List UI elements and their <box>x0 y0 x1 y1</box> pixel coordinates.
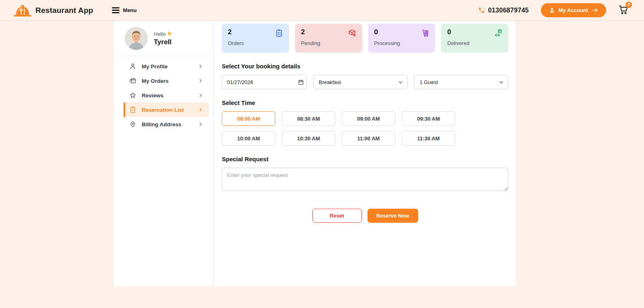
time-slot[interactable]: 10:00 AM <box>222 131 275 146</box>
stat-label: Orders <box>228 40 283 46</box>
cart-button[interactable]: 0 <box>618 4 629 16</box>
chevron-right-icon <box>198 107 203 113</box>
greeting-text: Hello <box>154 31 166 37</box>
time-slot[interactable]: 11:30 AM <box>402 131 455 146</box>
guests-select-field: 1 Guest <box>414 75 509 89</box>
calendar-icon <box>298 79 304 85</box>
avatar <box>125 27 148 50</box>
time-slot[interactable]: 10:30 AM <box>282 131 335 146</box>
special-request-textarea[interactable] <box>222 168 508 191</box>
form-actions: Reset Reserve Now <box>222 209 508 223</box>
sidebar-nav: My Profile My Orders Reviews <box>124 59 209 131</box>
app-header: Restaurant App Menu 01306879745 My Accou… <box>0 0 644 21</box>
stat-label: Pending <box>301 40 357 46</box>
time-slot[interactable]: 09:00 AM <box>342 111 395 126</box>
stat-label: Delivered <box>447 40 503 46</box>
chevron-right-icon <box>198 78 203 84</box>
date-input[interactable] <box>227 79 298 85</box>
sidebar-item-my-profile[interactable]: My Profile <box>124 59 209 74</box>
star-icon <box>129 92 136 99</box>
chevron-right-icon <box>198 64 203 69</box>
profile-text: Hello Tyrell <box>154 31 173 46</box>
stat-label: Processing <box>374 40 430 46</box>
brand-name: Restaurant App <box>35 6 93 15</box>
menu-label: Menu <box>123 7 137 13</box>
account-card: Hello Tyrell My Profile <box>114 21 516 286</box>
guests-select[interactable]: 1 Guest <box>415 75 508 89</box>
order-stats: 2 Orders 2 Pending <box>222 24 508 53</box>
reservation-main: 2 Orders 2 Pending <box>214 21 516 286</box>
special-request-heading: Special Request <box>222 156 508 162</box>
clipboard-icon <box>129 106 136 113</box>
reset-button[interactable]: Reset <box>312 209 362 223</box>
user-icon <box>129 63 136 70</box>
chevron-right-icon <box>198 92 203 98</box>
my-account-button[interactable]: My Account <box>541 3 606 17</box>
box-x-icon <box>348 29 357 37</box>
time-slot[interactable]: 09:30 AM <box>402 111 455 126</box>
phone-contact[interactable]: 01306879745 <box>478 7 529 14</box>
sidebar-item-label: Reservation List <box>142 107 184 113</box>
sidebar-item-label: Billing Address <box>142 121 182 127</box>
menu-button[interactable]: Menu <box>112 6 137 14</box>
booking-details-heading: Select Your booking details <box>222 63 508 70</box>
reserve-now-button[interactable]: Reserve Now <box>367 209 418 223</box>
cart-count-badge: 0 <box>625 2 632 8</box>
stat-card-processing: 0 Processing <box>368 24 436 53</box>
account-sidebar: Hello Tyrell My Profile <box>114 21 214 286</box>
hand-delivery-icon <box>494 29 503 37</box>
page-body: Hello Tyrell My Profile <box>0 21 644 308</box>
sidebar-item-label: My Profile <box>142 64 168 70</box>
my-account-label: My Account <box>559 7 588 13</box>
brand-logo[interactable]: Restaurant App <box>14 3 93 18</box>
sidebar-item-label: Reviews <box>142 92 163 99</box>
date-field[interactable] <box>222 75 307 89</box>
sidebar-item-label: My Orders <box>142 78 169 84</box>
meal-select[interactable]: Breakfast <box>314 75 407 89</box>
arrow-right-icon <box>592 8 598 13</box>
sidebar-item-reservation-list[interactable]: Reservation List <box>124 103 209 117</box>
clipboard-check-icon <box>275 29 283 37</box>
phone-number: 01306879745 <box>488 7 529 14</box>
restaurant-logo-icon <box>14 3 31 18</box>
stat-card-orders: 2 Orders <box>222 24 289 53</box>
meal-select-field: Breakfast <box>313 75 408 89</box>
chevron-right-icon <box>198 121 203 127</box>
hamburger-icon <box>112 6 120 14</box>
profile-summary: Hello Tyrell <box>114 27 213 50</box>
time-slot-grid: 08:00 AM 08:30 AM 09:00 AM 09:30 AM 10:0… <box>222 111 508 146</box>
username: Tyrell <box>154 38 173 46</box>
user-icon <box>549 7 555 13</box>
sidebar-item-billing-address[interactable]: Billing Address <box>124 117 209 131</box>
avatar-image <box>125 27 148 50</box>
phone-icon <box>478 7 485 14</box>
box-icon <box>129 77 136 84</box>
select-time-heading: Select Time <box>222 99 508 106</box>
sidebar-item-reviews[interactable]: Reviews <box>124 88 209 103</box>
sidebar-divider <box>118 56 209 56</box>
stat-card-delivered: 0 Delivered <box>441 24 508 53</box>
sidebar-item-my-orders[interactable]: My Orders <box>124 74 209 88</box>
stat-card-pending: 2 Pending <box>295 24 362 53</box>
time-slot[interactable]: 08:30 AM <box>282 111 335 126</box>
trolley-icon <box>421 29 429 37</box>
map-pin-icon <box>129 121 136 128</box>
header-right: 01306879745 My Account 0 <box>478 3 630 17</box>
time-slot[interactable]: 08:00 AM <box>222 111 275 126</box>
wave-hand-icon <box>167 31 173 37</box>
booking-inputs: Breakfast 1 Guest <box>222 75 508 89</box>
time-slot[interactable]: 11:00 AM <box>342 131 395 146</box>
